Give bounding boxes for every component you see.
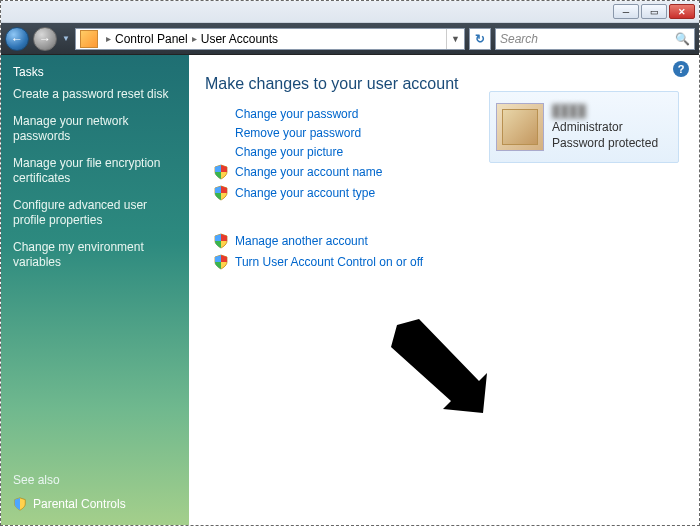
nav-back-button[interactable]: ← (5, 27, 29, 51)
breadcrumb-separator: ▸ (106, 33, 111, 44)
see-also-header: See also (13, 453, 177, 487)
link-row: Change your account name (213, 164, 679, 180)
nav-history-dropdown[interactable]: ▼ (61, 27, 71, 51)
user-role: Administrator (552, 119, 658, 135)
link-row: Manage another account (213, 233, 679, 249)
titlebar: ─ ▭ ✕ (1, 1, 699, 23)
user-info: ████ Administrator Password protected (552, 103, 658, 152)
close-icon: ✕ (678, 7, 686, 17)
refresh-button[interactable]: ↻ (469, 28, 491, 50)
nav-forward-button[interactable]: → (33, 27, 57, 51)
spacer (213, 206, 679, 228)
search-placeholder: Search (500, 32, 538, 46)
user-name: ████ (552, 103, 658, 119)
link-change-picture[interactable]: Change your picture (235, 145, 343, 159)
task-advanced-profile[interactable]: Configure advanced user profile properti… (13, 198, 177, 228)
shield-icon (213, 233, 229, 249)
search-icon: 🔍 (675, 32, 690, 46)
minimize-icon: ─ (623, 7, 629, 17)
see-also-link-label: Parental Controls (33, 497, 126, 511)
breadcrumb-control-panel[interactable]: Control Panel (115, 32, 188, 46)
task-encryption-certificates[interactable]: Manage your file encryption certificates (13, 156, 177, 186)
tasks-sidebar: Tasks Create a password reset disk Manag… (1, 55, 189, 525)
control-panel-window: ─ ▭ ✕ ← → ▼ ▸ Control Panel ▸ User Accou… (0, 0, 700, 526)
link-remove-password[interactable]: Remove your password (235, 126, 361, 140)
see-also-parental-controls[interactable]: Parental Controls (13, 497, 177, 511)
close-button[interactable]: ✕ (669, 4, 695, 19)
shield-icon (13, 497, 27, 511)
task-password-reset-disk[interactable]: Create a password reset disk (13, 87, 177, 102)
link-row: Change your account type (213, 185, 679, 201)
link-change-account-type[interactable]: Change your account type (235, 186, 375, 200)
link-change-account-name[interactable]: Change your account name (235, 165, 382, 179)
link-manage-another-account[interactable]: Manage another account (235, 234, 368, 248)
content-panel: ? Make changes to your user account Chan… (189, 55, 699, 525)
maximize-icon: ▭ (650, 7, 659, 17)
user-summary-card: ████ Administrator Password protected (489, 91, 679, 163)
minimize-button[interactable]: ─ (613, 4, 639, 19)
link-row: Turn User Account Control on or off (213, 254, 679, 270)
user-password-status: Password protected (552, 135, 658, 151)
address-bar[interactable]: ▸ Control Panel ▸ User Accounts ▼ (75, 28, 465, 50)
shield-icon (213, 164, 229, 180)
user-accounts-icon (80, 30, 98, 48)
breadcrumb-user-accounts[interactable]: User Accounts (201, 32, 278, 46)
arrow-right-icon: → (39, 32, 51, 46)
task-environment-variables[interactable]: Change my environment variables (13, 240, 177, 270)
breadcrumb-separator: ▸ (192, 33, 197, 44)
refresh-icon: ↻ (475, 32, 485, 46)
window-body: Tasks Create a password reset disk Manag… (1, 55, 699, 525)
help-button[interactable]: ? (673, 61, 689, 77)
tasks-header: Tasks (13, 65, 177, 79)
link-turn-uac-on-off[interactable]: Turn User Account Control on or off (235, 255, 423, 269)
arrow-left-icon: ← (11, 32, 23, 46)
shield-icon (213, 185, 229, 201)
address-dropdown[interactable]: ▼ (446, 29, 464, 49)
user-picture-image (502, 109, 538, 145)
link-change-password[interactable]: Change your password (235, 107, 358, 121)
shield-icon (213, 254, 229, 270)
maximize-button[interactable]: ▭ (641, 4, 667, 19)
task-network-passwords[interactable]: Manage your network passwords (13, 114, 177, 144)
search-input[interactable]: Search 🔍 (495, 28, 695, 50)
navigation-bar: ← → ▼ ▸ Control Panel ▸ User Accounts ▼ … (1, 23, 699, 55)
help-icon: ? (678, 63, 685, 75)
user-picture[interactable] (496, 103, 544, 151)
